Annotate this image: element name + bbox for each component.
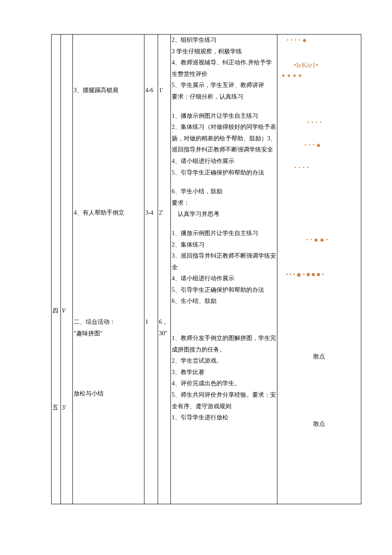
activity-3: 3、摆腿踢高锁肩 (74, 85, 143, 96)
content-block-1: 2、组织学生练习 3 学生仔细观察，积极学练 4、教师巡视辅导、纠正动作.并给予… (172, 35, 276, 103)
content-line: 3、巡回指导并纠正教师不断强调学练安全 (172, 250, 276, 273)
content-line: 4、教师巡视辅导、纠正动作.并给予学生赞赏性评价 (172, 57, 276, 80)
content-line: 2、学生尝试游戏。 (172, 355, 276, 367)
content-line: 3、教学比赛 (172, 367, 276, 378)
reps-5: 1 (145, 317, 157, 328)
content-block-3: 6、学生小结，鼓励 要求： 认真学习并思考 (172, 186, 276, 220)
scatter-label-1: 散点 (278, 351, 360, 363)
content-line: 4、请小组进行动作展示 (172, 273, 276, 285)
content-line: 2、集体练习（对做得较好的同学给予表扬，对做的稍差的给予帮助、鼓励）3、巡回指导… (172, 122, 276, 156)
content-line: 2、组织学生练习 (172, 35, 276, 46)
content-line: 4、请小组进行动作展示 (172, 156, 276, 167)
content-line: 1、引导学生进行放松 (172, 412, 276, 424)
content-line: 4、评价完成出色的学生。 (172, 378, 276, 389)
content-block-5: 1、教师分发手倒立的图解拼图，学生完成拼图接力的任务。 2、学生尝试游戏。 3、… (172, 333, 276, 424)
reps-4: 3-4 (145, 207, 157, 219)
content-line: 5、引导学生正确保护和帮助的办法 (172, 167, 276, 179)
content-block-4: 1、播放示例图片让学生自主练习 2、集体练习 3、巡回指导并纠正教师不断强调学练… (172, 228, 276, 307)
lesson-plan-table: 四 五 V 3' 3、摆腿踢高锁肩 4、有人帮助手倒立 二、综合活动： "趣味拼… (51, 34, 361, 504)
time-3: 1' (159, 85, 170, 96)
section-five-symbol: 3' (62, 402, 66, 414)
content-line: 要求：仔细分析，认真练习 (172, 91, 276, 103)
time-4: 2' (159, 207, 170, 219)
dots-icon: • • • • (294, 163, 309, 173)
dots-icon: ● ● ● ● (282, 70, 302, 81)
scatter-label-2: 散点 (278, 418, 360, 430)
time-cell: 1' 2' 6，30" (158, 35, 171, 504)
content-line: 1、播放示例图片让学生自主练习 (172, 228, 276, 239)
activity-4: 4、有人帮助手倒立 (74, 207, 143, 219)
table-row: 四 五 V 3' 3、摆腿踢高锁肩 4、有人帮助手倒立 二、综合活动： "趣味拼… (52, 35, 361, 504)
squares-icon: • • • ◆ • ■ ■ ■ • (286, 269, 324, 281)
content-line: 认真学习并思考 (172, 209, 276, 220)
activity-5-sub: "趣味拼图" (74, 328, 143, 340)
section-four-symbol: V (62, 305, 66, 317)
content-line: 5、引导学生正确保护和帮助的办法 (172, 285, 276, 296)
dots-icon: • • • • ◆ (287, 35, 307, 45)
content-cell: 2、组织学生练习 3 学生仔细观察，积极学练 4、教师巡视辅导、纠正动作.并给予… (171, 35, 277, 504)
activity-6: 放松与小结 (74, 388, 143, 400)
content-line: 2、集体练习 (172, 239, 276, 251)
content-line: 5、师生共同评价并分享经验。要求：安全有序、遵守游戏规则 (172, 389, 276, 412)
symbol-cell: V 3' (61, 35, 73, 504)
content-line: 5、学生展示，学生互评、教师讲评 (172, 80, 276, 91)
content-line: 1、教师分发手倒立的图解拼图，学生完成拼图接力的任务。 (172, 333, 276, 355)
dots-icon: • • • • (307, 117, 322, 128)
content-line: 1、播放示例图片让学生自主练习 (172, 110, 276, 122)
section-four: 四 (52, 305, 58, 317)
content-line: 要求： (172, 198, 276, 209)
dots-icon: • • ◆ ◆ • (306, 235, 329, 245)
section-number-cell: 四 五 (52, 35, 61, 504)
content-line: 6、学生小结，鼓励 (172, 186, 276, 198)
activity-cell: 3、摆腿踢高锁肩 4、有人帮助手倒立 二、综合活动： "趣味拼图" 放松与小结 (73, 35, 144, 504)
reps-3: 4-6 (145, 85, 157, 96)
content-line: 6、生小结、鼓励 (172, 296, 276, 307)
activity-5-title: 二、综合活动： (74, 317, 143, 328)
dots-icon: • • • ◆ (305, 140, 321, 150)
content-line: 3 学生仔细观察，积极学练 (172, 46, 276, 58)
diagram-cell: • • • • ◆ •IeKie1• ● ● ● ● • • • • • • •… (277, 35, 361, 504)
section-five: 五 (52, 402, 58, 414)
reps-cell: 4-6 3-4 1 (144, 35, 158, 504)
content-block-2: 1、播放示例图片让学生自主练习 2、集体练习（对做得较好的同学给予表扬，对做的稍… (172, 110, 276, 179)
time-5: 6，30" (159, 317, 170, 339)
